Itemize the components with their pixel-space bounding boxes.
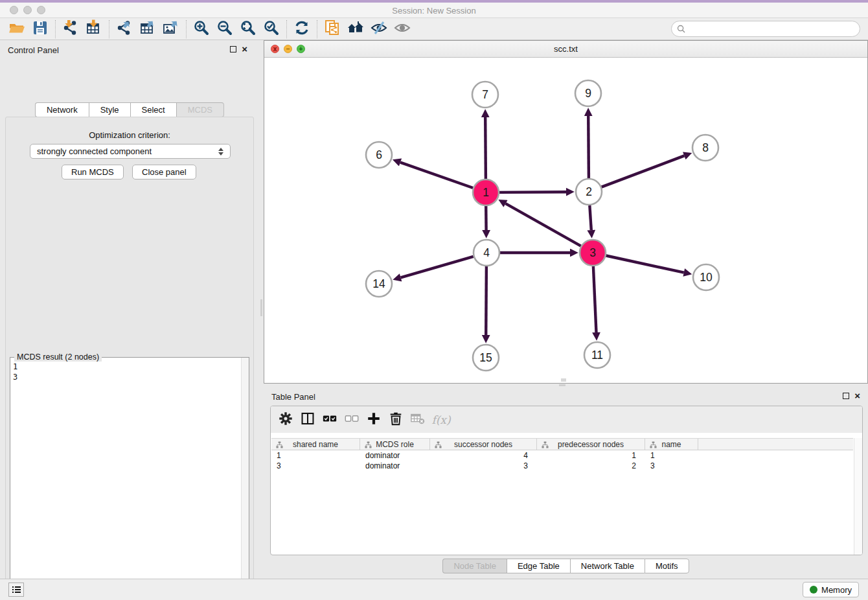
table-cell[interactable]: 3 bbox=[271, 461, 360, 471]
edge-4-14[interactable] bbox=[401, 257, 474, 278]
float-panel-icon[interactable] bbox=[230, 46, 236, 52]
table-cell[interactable]: dominator bbox=[360, 450, 430, 461]
clone-network-button[interactable] bbox=[321, 19, 344, 39]
tab-style[interactable]: Style bbox=[89, 102, 130, 117]
settings-gear-button[interactable] bbox=[276, 410, 295, 430]
export-table-button[interactable] bbox=[136, 19, 159, 39]
import-network-icon bbox=[62, 19, 79, 38]
show-eye-button[interactable] bbox=[391, 19, 414, 39]
result-scrollbar[interactable] bbox=[241, 358, 249, 600]
zoom-fit-button[interactable] bbox=[236, 19, 260, 39]
column-header-shared-name[interactable]: shared name bbox=[271, 439, 360, 450]
open-session-button[interactable] bbox=[5, 19, 29, 39]
graph-node-10[interactable]: 10 bbox=[693, 264, 719, 290]
graph-node-2[interactable]: 2 bbox=[576, 179, 602, 205]
node-label: 9 bbox=[585, 87, 591, 100]
column-label: successor nodes bbox=[454, 440, 512, 449]
table-scrollbar[interactable] bbox=[854, 438, 862, 555]
edge-1-7[interactable] bbox=[485, 117, 486, 179]
graph-node-1[interactable]: 1 bbox=[473, 179, 499, 205]
edge-3-10[interactable] bbox=[606, 256, 684, 273]
edge-1-6[interactable] bbox=[400, 163, 473, 188]
edge-2-8[interactable] bbox=[602, 156, 685, 187]
export-image-icon bbox=[163, 19, 179, 38]
memory-button[interactable]: Memory bbox=[803, 582, 859, 597]
table-cell[interactable]: 1 bbox=[537, 450, 645, 461]
delete-row-icon bbox=[388, 411, 404, 428]
save-session-button[interactable] bbox=[29, 19, 52, 39]
refresh-button[interactable] bbox=[290, 19, 314, 39]
splitter-handle[interactable] bbox=[559, 384, 565, 386]
run-mcds-button[interactable]: Run MCDS bbox=[62, 165, 124, 179]
export-network-button[interactable] bbox=[113, 19, 136, 39]
import-table-button[interactable] bbox=[82, 19, 106, 39]
graph-node-14[interactable]: 14 bbox=[366, 271, 392, 297]
import-network-button[interactable] bbox=[59, 19, 82, 39]
zoom-in-button[interactable] bbox=[190, 19, 213, 39]
canvas-resize-grip[interactable] bbox=[561, 378, 566, 382]
column-header-MCDS-role[interactable]: MCDS role bbox=[360, 439, 430, 450]
close-panel-icon[interactable]: × bbox=[242, 46, 247, 52]
graph-node-15[interactable]: 15 bbox=[473, 345, 499, 371]
task-history-button[interactable] bbox=[8, 583, 24, 597]
add-row-button[interactable] bbox=[364, 410, 383, 430]
tab-motifs[interactable]: Motifs bbox=[645, 559, 689, 573]
table-cell[interactable]: 3 bbox=[645, 461, 698, 471]
edge-4-15[interactable] bbox=[486, 266, 486, 335]
table-cell[interactable]: 1 bbox=[645, 450, 698, 461]
close-panel-button[interactable]: Close panel bbox=[132, 165, 196, 179]
deselect-all-button[interactable] bbox=[342, 410, 361, 430]
edge-3-1[interactable] bbox=[506, 203, 581, 246]
toggle-columns-icon bbox=[301, 411, 315, 428]
tab-network-table[interactable]: Network Table bbox=[570, 559, 645, 573]
zoom-out-button[interactable] bbox=[213, 19, 236, 39]
column-label: predecessor nodes bbox=[558, 440, 624, 449]
select-all-button[interactable] bbox=[320, 410, 339, 430]
column-header-name[interactable]: name bbox=[645, 439, 698, 450]
graph-node-7[interactable]: 7 bbox=[472, 82, 498, 108]
graph-node-4[interactable]: 4 bbox=[474, 240, 499, 266]
tab-mcds[interactable]: MCDS bbox=[176, 102, 224, 117]
network-view-titlebar[interactable]: x – + scc.txt bbox=[264, 41, 867, 58]
titlebar: Session: New Session bbox=[0, 3, 868, 18]
search-input[interactable] bbox=[689, 23, 860, 36]
graph-node-6[interactable]: 6 bbox=[366, 142, 392, 168]
edge-1-2[interactable] bbox=[499, 192, 566, 192]
close-panel-icon[interactable]: × bbox=[854, 393, 860, 399]
delete-row-button[interactable] bbox=[386, 410, 405, 430]
graph-node-3[interactable]: 3 bbox=[580, 240, 606, 266]
home-button[interactable] bbox=[344, 19, 367, 39]
tab-select[interactable]: Select bbox=[130, 102, 176, 117]
table-panel-title: Table Panel bbox=[271, 392, 315, 402]
tab-network[interactable]: Network bbox=[35, 102, 89, 117]
mcds-result-text[interactable]: 1 3 bbox=[13, 362, 17, 382]
table-cell[interactable]: dominator bbox=[360, 461, 430, 471]
splitter-handle[interactable] bbox=[260, 299, 262, 316]
float-panel-icon[interactable] bbox=[843, 393, 849, 399]
search-box[interactable] bbox=[671, 21, 860, 37]
column-header-predecessor-nodes[interactable]: predecessor nodes bbox=[537, 439, 645, 450]
table-cell[interactable]: 4 bbox=[430, 450, 537, 461]
edge-2-3[interactable] bbox=[589, 205, 591, 230]
edge-2-9[interactable] bbox=[588, 116, 589, 178]
optimization-criterion-label: Optimization criterion: bbox=[6, 130, 253, 140]
criterion-select[interactable]: strongly connected component bbox=[30, 144, 231, 159]
graph-node-8[interactable]: 8 bbox=[692, 135, 718, 161]
zoom-selected-button[interactable] bbox=[260, 19, 283, 39]
table-cell[interactable]: 3 bbox=[430, 461, 537, 471]
table-cell[interactable]: 1 bbox=[271, 450, 360, 461]
edge-3-11[interactable] bbox=[593, 266, 597, 332]
graph-node-11[interactable]: 11 bbox=[584, 342, 610, 368]
table-row[interactable]: 1dominator411 bbox=[271, 450, 853, 461]
network-graph[interactable]: 1234678910111415 bbox=[264, 58, 867, 383]
hide-details-button[interactable] bbox=[367, 19, 391, 39]
table-row[interactable]: 3dominator323 bbox=[271, 461, 853, 471]
column-header-successor-nodes[interactable]: successor nodes bbox=[430, 439, 537, 450]
export-image-button[interactable] bbox=[159, 19, 183, 39]
table-cell[interactable]: 2 bbox=[537, 461, 645, 471]
tab-edge-table[interactable]: Edge Table bbox=[507, 559, 570, 573]
graph-node-9[interactable]: 9 bbox=[575, 80, 601, 106]
tab-node-table[interactable]: Node Table bbox=[442, 559, 507, 573]
toggle-columns-button[interactable] bbox=[298, 410, 317, 430]
vertical-splitter[interactable] bbox=[259, 40, 264, 579]
